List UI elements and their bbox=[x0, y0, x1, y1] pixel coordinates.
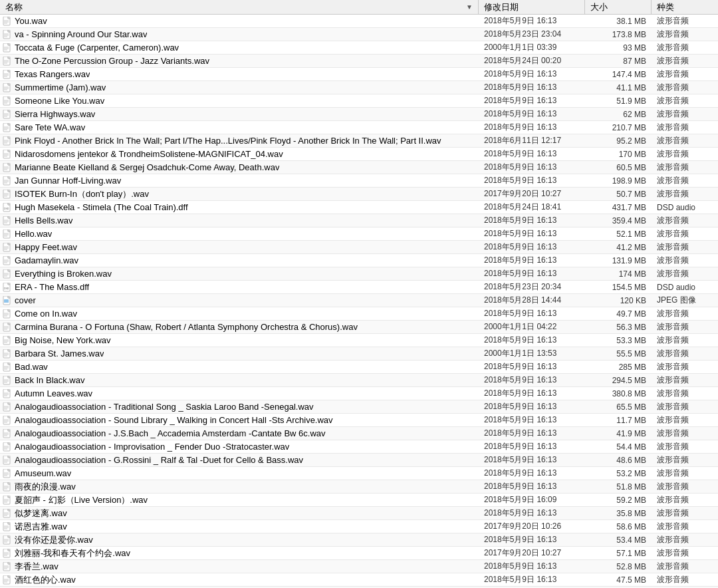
file-kind-cell: 波形音频 bbox=[652, 508, 718, 519]
table-row[interactable]: DSD Hugh Masekela - Stimela (The Coal Tr… bbox=[0, 201, 718, 214]
file-name-cell: Hells Bells.wav bbox=[0, 214, 479, 227]
col-header-name[interactable]: 名称 ▼ bbox=[0, 0, 479, 14]
table-row[interactable]: 没有你还是爱你.wav2018年5月9日 16:1353.4 MB波形音频 bbox=[0, 533, 718, 547]
table-row[interactable]: Amuseum.wav2018年5月9日 16:1353.2 MB波形音频 bbox=[0, 467, 718, 480]
file-name-cell: 李香兰.wav bbox=[0, 560, 479, 573]
table-row[interactable]: 酒红色的心.wav2018年5月9日 16:1347.5 MB波形音频 bbox=[0, 573, 718, 587]
file-kind-cell: 波形音频 bbox=[652, 42, 718, 53]
file-kind-cell: 波形音频 bbox=[652, 175, 718, 186]
file-date-cell: 2018年5月9日 16:13 bbox=[479, 15, 585, 27]
table-row[interactable]: Analogaudioassociation - Improvisation _… bbox=[0, 440, 718, 454]
file-name-cell: Barbara St. James.wav bbox=[0, 347, 479, 360]
table-row[interactable]: Big Noise, New York.wav2018年5月9日 16:1353… bbox=[0, 334, 718, 347]
file-name-cell: Toccata & Fuge (Carpenter, Cameron).wav bbox=[0, 41, 479, 54]
file-icon bbox=[3, 402, 12, 412]
file-icon bbox=[3, 482, 12, 492]
file-date-cell: 2018年5月9日 16:13 bbox=[479, 454, 585, 466]
file-name-text: Analogaudioassociation - G.Rossini _ Ral… bbox=[15, 455, 303, 465]
table-row[interactable]: Pink Floyd - Another Brick In The Wall; … bbox=[0, 134, 718, 148]
file-icon bbox=[3, 496, 12, 505]
file-date-cell: 2018年6月11日 12:17 bbox=[479, 135, 585, 146]
file-name-cell: Analogaudioassociation - G.Rossini _ Ral… bbox=[0, 454, 479, 466]
file-kind-cell: 波形音频 bbox=[652, 441, 718, 452]
file-size-cell: 95.2 MB bbox=[585, 136, 652, 146]
file-name-cell: cover bbox=[0, 294, 479, 307]
file-kind-cell: 波形音频 bbox=[652, 454, 718, 466]
table-row[interactable]: Gadamaylin.wav2018年5月9日 16:13131.9 MB波形音… bbox=[0, 254, 718, 267]
table-row[interactable]: Toccata & Fuge (Carpenter, Cameron).wav2… bbox=[0, 41, 718, 55]
file-date-cell: 2018年5月9日 16:13 bbox=[479, 228, 585, 239]
table-row[interactable]: Analogaudioassociation - Traditional Son… bbox=[0, 400, 718, 414]
file-name-cell: Analogaudioassociation - J.S.Bach _ Acca… bbox=[0, 427, 479, 440]
file-date-cell: 2018年5月9日 16:13 bbox=[479, 401, 585, 412]
file-date-cell: 2018年5月9日 16:13 bbox=[479, 95, 585, 106]
table-row[interactable]: Autumn Leaves.wav2018年5月9日 16:13380.8 MB… bbox=[0, 387, 718, 400]
table-row[interactable]: 李香兰.wav2018年5月9日 16:1352.8 MB波形音频 bbox=[0, 560, 718, 573]
file-name-text: 诺恩吉雅.wav bbox=[15, 521, 67, 533]
file-name-text: Someone Like You.wav bbox=[15, 96, 104, 106]
table-row[interactable]: Summertime (Jam).wav2018年5月9日 16:1341.1 … bbox=[0, 81, 718, 94]
table-row[interactable]: Carmina Burana - O Fortuna (Shaw, Robert… bbox=[0, 321, 718, 334]
table-row[interactable]: Barbara St. James.wav2000年1月1日 13:5355.5… bbox=[0, 347, 718, 361]
table-row[interactable]: Bad.wav2018年5月9日 16:13285 MB波形音频 bbox=[0, 361, 718, 374]
col-header-date[interactable]: 修改日期 bbox=[479, 0, 585, 14]
file-date-cell: 2018年5月9日 16:13 bbox=[479, 162, 585, 173]
file-kind-cell: 波形音频 bbox=[652, 241, 718, 253]
col-header-kind[interactable]: 种类 bbox=[652, 0, 718, 14]
file-name-cell: Analogaudioassociation - Sound Library _… bbox=[0, 414, 479, 426]
table-row[interactable]: Analogaudioassociation - G.Rossini _ Ral… bbox=[0, 454, 718, 467]
table-row[interactable]: Nidarosdomens jentekor & TrondheimSolist… bbox=[0, 148, 718, 161]
file-name-cell: Happy Feet.wav bbox=[0, 241, 479, 253]
file-name-text: Come on In.wav bbox=[15, 309, 77, 319]
file-size-cell: 65.5 MB bbox=[585, 402, 652, 412]
file-size-cell: 173.8 MB bbox=[585, 30, 652, 39]
table-row[interactable]: 刘雅丽-我和春天有个约会.wav2017年9月20日 10:2757.1 MB波… bbox=[0, 547, 718, 560]
file-icon bbox=[3, 416, 12, 425]
table-row[interactable]: 雨夜的浪漫.wav2018年5月9日 16:1351.8 MB波形音频 bbox=[0, 480, 718, 494]
table-row[interactable]: va - Spinning Around Our Star.wav2018年5月… bbox=[0, 28, 718, 41]
table-row[interactable]: Happy Feet.wav2018年5月9日 16:1341.2 MB波形音频 bbox=[0, 241, 718, 254]
table-row[interactable]: The O-Zone Percussion Group - Jazz Varia… bbox=[0, 55, 718, 68]
table-row[interactable]: 似梦迷离.wav2018年5月9日 16:1335.8 MB波形音频 bbox=[0, 507, 718, 520]
table-row[interactable]: Sierra Highways.wav2018年5月9日 16:1362 MB波… bbox=[0, 108, 718, 121]
file-date-cell: 2018年5月9日 16:13 bbox=[479, 481, 585, 492]
table-row[interactable]: You.wav2018年5月9日 16:1338.1 MB波形音频 bbox=[0, 15, 718, 28]
file-icon bbox=[3, 389, 12, 398]
table-row[interactable]: Sare Tete WA.wav2018年5月9日 16:13210.7 MB波… bbox=[0, 121, 718, 134]
file-kind-cell: 波形音频 bbox=[652, 374, 718, 386]
file-name-cell: Summertime (Jam).wav bbox=[0, 81, 479, 94]
file-name-text: Hells Bells.wav bbox=[15, 216, 72, 225]
table-row[interactable]: Hells Bells.wav2018年5月9日 16:13359.4 MB波形… bbox=[0, 214, 718, 227]
file-size-cell: 35.8 MB bbox=[585, 509, 652, 518]
file-name-text: Analogaudioassociation - Sound Library _… bbox=[15, 415, 333, 425]
file-icon bbox=[3, 509, 12, 518]
table-row[interactable]: Texas Rangers.wav2018年5月9日 16:13147.4 MB… bbox=[0, 68, 718, 81]
file-name-cell: 雨夜的浪漫.wav bbox=[0, 480, 479, 493]
table-row[interactable]: ISOTEK Burn-In（don't play）.wav2017年9月20日… bbox=[0, 188, 718, 201]
table-row[interactable]: Back In Black.wav2018年5月9日 16:13294.5 MB… bbox=[0, 374, 718, 387]
svg-text:DSD: DSD bbox=[4, 287, 9, 290]
file-date-cell: 2018年5月9日 16:13 bbox=[479, 122, 585, 133]
table-row[interactable]: Someone Like You.wav2018年5月9日 16:1351.9 … bbox=[0, 94, 718, 108]
file-name-cell: DSD ERA - The Mass.dff bbox=[0, 281, 479, 293]
table-row[interactable]: DSD ERA - The Mass.dff2018年5月23日 20:3415… bbox=[0, 281, 718, 294]
table-row[interactable]: Come on In.wav2018年5月9日 16:1349.7 MB波形音频 bbox=[0, 307, 718, 321]
file-size-cell: 53.2 MB bbox=[585, 469, 652, 478]
file-name-cell: Analogaudioassociation - Traditional Son… bbox=[0, 400, 479, 413]
table-row[interactable]: Analogaudioassociation - Sound Library _… bbox=[0, 414, 718, 427]
table-row[interactable]: Jan Gunnar Hoff-Living.wav2018年5月9日 16:1… bbox=[0, 174, 718, 188]
file-icon bbox=[3, 429, 12, 438]
table-row[interactable]: Marianne Beate Kielland & Sergej Osadchu… bbox=[0, 161, 718, 174]
file-name-text: va - Spinning Around Our Star.wav bbox=[15, 29, 147, 39]
file-kind-cell: 波形音频 bbox=[652, 69, 718, 80]
file-date-cell: 2018年5月9日 16:13 bbox=[479, 508, 585, 519]
table-row[interactable]: 夏韶声 - 幻影（Live Version）.wav2018年5月9日 16:0… bbox=[0, 494, 718, 507]
file-name-cell: You.wav bbox=[0, 15, 479, 27]
table-row[interactable]: Analogaudioassociation - J.S.Bach _ Acca… bbox=[0, 427, 718, 440]
table-row[interactable]: cover2018年5月28日 14:44120 KBJPEG 图像 bbox=[0, 294, 718, 307]
col-header-size[interactable]: 大小 bbox=[585, 0, 652, 14]
table-row[interactable]: 诺恩吉雅.wav2017年9月20日 10:2658.6 MB波形音频 bbox=[0, 520, 718, 533]
file-date-cell: 2018年5月9日 16:13 bbox=[479, 175, 585, 186]
table-row[interactable]: Hello.wav2018年5月9日 16:1352.1 MB波形音频 bbox=[0, 227, 718, 241]
table-row[interactable]: Everything is Broken.wav2018年5月9日 16:131… bbox=[0, 267, 718, 281]
